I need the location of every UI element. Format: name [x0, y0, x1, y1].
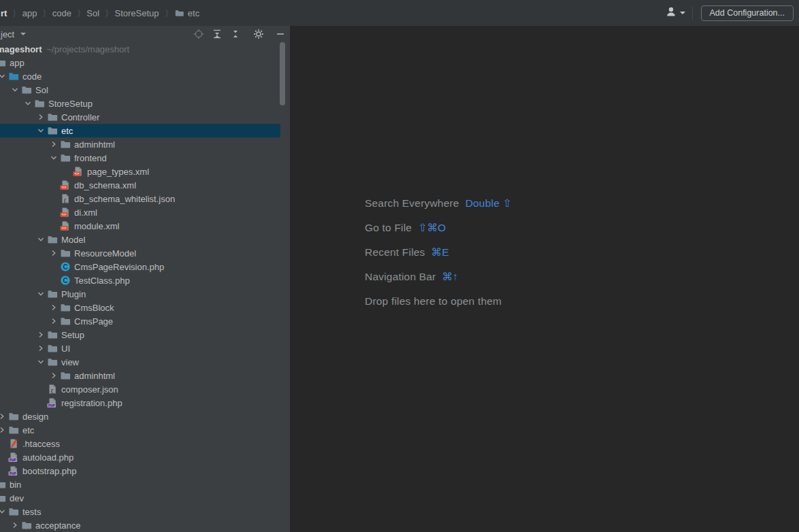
- breadcrumb-item[interactable]: 〉 etc: [159, 7, 200, 18]
- project-tool-window: ject mageshort~/projects/mageshort app c…: [0, 26, 291, 532]
- tree-item-etc[interactable]: etc: [0, 124, 290, 137]
- breadcrumb-item[interactable]: 〉app: [7, 7, 37, 18]
- tree-item-resourcemodel[interactable]: ResourceModel: [0, 246, 290, 260]
- tree-item-frontend[interactable]: frontend: [0, 151, 290, 165]
- tree-item-cmspage[interactable]: CmsPage: [0, 314, 290, 328]
- svg-text:<>: <>: [61, 185, 67, 189]
- xml-file-icon: <>: [73, 166, 84, 177]
- folder-icon: [21, 84, 32, 95]
- user-dropdown[interactable]: [665, 6, 685, 20]
- tree-item-acceptance[interactable]: acceptance: [0, 518, 290, 532]
- breadcrumb-item[interactable]: 〉Sol: [71, 7, 99, 18]
- tree-item-setup[interactable]: Setup: [0, 328, 290, 342]
- tree-item-label: Setup: [61, 330, 84, 340]
- minus-icon[interactable]: [275, 29, 286, 39]
- folder-icon: [47, 125, 58, 136]
- tree-item-etc[interactable]: etc: [0, 423, 290, 437]
- tree-item-design[interactable]: design: [0, 410, 290, 423]
- tree-item-ui[interactable]: UI: [0, 342, 290, 355]
- chevron-collapsed-icon[interactable]: [48, 316, 60, 327]
- collapse-all-icon[interactable]: [230, 29, 241, 39]
- chevron-collapsed-icon[interactable]: [0, 411, 8, 422]
- gear-icon[interactable]: [253, 29, 264, 39]
- chevron-expanded-icon[interactable]: [22, 98, 34, 109]
- chevron-collapsed-icon[interactable]: [35, 112, 47, 122]
- chevron-expanded-icon[interactable]: [35, 234, 47, 245]
- chevron-collapsed-icon[interactable]: [48, 370, 60, 381]
- tree-scrollbar[interactable]: [280, 42, 285, 105]
- hint-label: Search Everywhere: [365, 197, 459, 210]
- php-class-icon: C: [60, 261, 71, 272]
- tree-item-label: dev: [10, 493, 24, 503]
- chevron-expanded-icon[interactable]: [9, 84, 21, 95]
- tree-item-bin[interactable]: bin: [0, 478, 290, 491]
- tree-item-cmsblock[interactable]: CmsBlock: [0, 301, 290, 314]
- chevron-expanded-icon[interactable]: [35, 356, 47, 367]
- chevron-expanded-icon[interactable]: [35, 288, 47, 299]
- hint-shortcut[interactable]: ⇧⌘O: [418, 222, 446, 234]
- chevron-collapsed-icon[interactable]: [35, 329, 47, 340]
- tree-item-page-types-xml[interactable]: <>page_types.xml: [0, 165, 290, 178]
- hint-label: Go to File: [365, 222, 412, 234]
- breadcrumb-item[interactable]: 〉StoreSetup: [99, 7, 159, 18]
- tree-item-adminhtml[interactable]: adminhtml: [0, 137, 290, 151]
- chevron-expanded-icon[interactable]: [35, 125, 47, 136]
- tree-item-cmspagerevision-php[interactable]: CCmsPageRevision.php: [0, 260, 290, 273]
- xml-file-icon: <>: [60, 220, 71, 231]
- breadcrumb-separator: 〉: [44, 7, 46, 18]
- chevron-collapsed-icon[interactable]: [48, 302, 60, 313]
- tree-item-testclass-php[interactable]: CTestClass.php: [0, 273, 290, 287]
- chevron-expanded-icon[interactable]: [0, 506, 8, 517]
- hint-shortcut[interactable]: ⌘E: [431, 246, 449, 259]
- divider: [692, 6, 693, 20]
- tree-item-tests[interactable]: tests: [0, 505, 290, 518]
- tree-item-label: composer.json: [61, 384, 118, 395]
- tree-item-plugin[interactable]: Plugin: [0, 287, 290, 301]
- tree-item-bootstrap-php[interactable]: PHPbootstrap.php: [0, 464, 290, 478]
- tree-item-label: di.xml: [74, 207, 97, 218]
- breadcrumb-item[interactable]: rt: [1, 8, 7, 18]
- tree-item-app[interactable]: app: [0, 56, 290, 69]
- tree-item-controller[interactable]: Controller: [0, 110, 290, 124]
- tree-item-composer-json[interactable]: {̦composer.json: [0, 382, 290, 396]
- json-file-icon: {̦: [47, 384, 58, 395]
- tree-item-view[interactable]: view: [0, 355, 290, 369]
- tree-item-model[interactable]: Model: [0, 233, 290, 246]
- chevron-expanded-icon[interactable]: [48, 152, 60, 163]
- htaccess-file-icon: [8, 438, 19, 449]
- tree-item-module-xml[interactable]: <>module.xml: [0, 219, 290, 233]
- tree-item-label: UI: [61, 344, 70, 354]
- tree-item-path: ~/projects/mageshort: [46, 44, 129, 54]
- chevron-collapsed-icon[interactable]: [48, 139, 60, 150]
- breadcrumb-label: app: [22, 8, 37, 18]
- tree-item-storesetup[interactable]: StoreSetup: [0, 97, 290, 110]
- tree-item-adminhtml[interactable]: adminhtml: [0, 369, 290, 382]
- tree-item-sol[interactable]: Sol: [0, 83, 290, 97]
- tree-item-db-schema-whitelist-json[interactable]: {̦db_schema_whitelist.json: [0, 192, 290, 205]
- tree-item-autoload-php[interactable]: PHPautoload.php: [0, 450, 290, 464]
- locate-icon[interactable]: [193, 29, 204, 39]
- tree-item-mageshort[interactable]: mageshort~/projects/mageshort: [0, 42, 290, 56]
- hint-shortcut[interactable]: Double ⇧: [466, 197, 512, 210]
- breadcrumb-item[interactable]: 〉code: [37, 7, 71, 18]
- tree-item-db-schema-xml[interactable]: <>db_schema.xml: [0, 178, 290, 192]
- folder-icon: [47, 343, 58, 354]
- chevron-collapsed-icon[interactable]: [35, 343, 47, 354]
- add-configuration-button[interactable]: Add Configuration...: [701, 5, 794, 21]
- chevron-expanded-icon[interactable]: [0, 71, 8, 82]
- tree-item--htaccess[interactable]: .htaccess: [0, 437, 290, 450]
- tree-item-dev[interactable]: dev: [0, 491, 290, 505]
- project-view-selector[interactable]: ject: [0, 29, 26, 39]
- tree-item-registration-php[interactable]: PHPregistration.php: [0, 396, 290, 410]
- tree-item-label: code: [22, 71, 42, 82]
- chevron-collapsed-icon[interactable]: [0, 425, 8, 435]
- chevron-collapsed-icon[interactable]: [9, 520, 21, 531]
- chevron-collapsed-icon[interactable]: [48, 248, 60, 259]
- tree-item-label: frontend: [74, 153, 107, 163]
- tree-item-label: CmsPageRevision.php: [74, 262, 164, 272]
- folder-icon: [47, 112, 58, 122]
- hint-shortcut[interactable]: ⌘↑: [442, 271, 458, 283]
- expand-all-icon[interactable]: [212, 29, 223, 39]
- tree-item-code[interactable]: code: [0, 69, 290, 83]
- tree-item-di-xml[interactable]: <>di.xml: [0, 205, 290, 219]
